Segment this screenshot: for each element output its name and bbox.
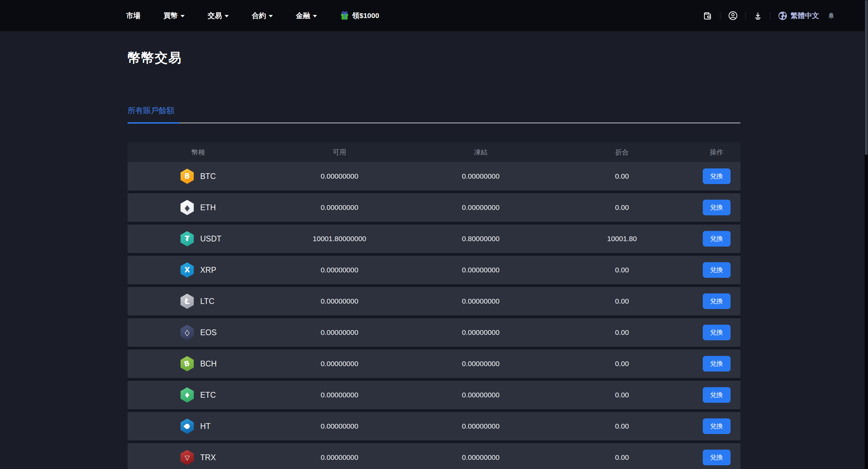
available-balance: 0.00000000 [269,360,410,368]
wallet-icon[interactable] [703,11,712,20]
table-row: ◇ EOS 0.00000000 0.00000000 0.00 兌換 [128,318,740,347]
coin-icon: B [181,356,194,372]
language-selector[interactable]: 繁體中文 [778,11,819,20]
table-row: ₮ USDT 10001.80000000 0.80000000 10001.8… [128,224,740,253]
coin-cell: B BTC [128,169,269,184]
available-balance: 10001.80000000 [269,235,410,243]
coin-cell: HT [128,419,269,434]
coin-name: TRX [200,453,216,462]
column-header-action: 操作 [693,148,740,157]
coin-cell: X XRP [128,263,269,278]
equivalent-value: 0.00 [551,266,693,274]
chevron-down-icon [181,15,185,17]
nav-item-contracts[interactable]: 合約 [252,11,273,20]
coin-name: HT [200,422,211,431]
exchange-button[interactable]: 兌換 [703,325,731,340]
divider [720,12,720,19]
chevron-down-icon [313,15,317,17]
nav-item-label: 交易 [208,11,222,20]
coin-icon [181,419,194,434]
action-cell: 兌換 [693,325,740,340]
available-balance: 0.00000000 [269,297,410,305]
user-menu: 繁體中文 [703,11,835,20]
language-label: 繁體中文 [791,11,819,20]
equivalent-value: 0.00 [551,422,693,430]
tab-bar: 所有賬戶餘額 [128,106,740,123]
top-navbar: 市場 買幣 交易 合約 金融 [0,0,868,31]
available-balance: 0.00000000 [269,391,410,399]
coin-name: ETC [200,391,216,400]
account-icon[interactable] [728,11,738,20]
action-cell: 兌換 [693,168,740,184]
coin-name: LTC [200,297,214,306]
table-row: X XRP 0.00000000 0.00000000 0.00 兌換 [128,256,740,284]
content-area: 幣幣交易 所有賬戶餘額 幣種 可用 凍結 折合 操作 B BTC 0.00000… [128,50,740,469]
nav-item-label: 市場 [126,11,140,20]
download-icon[interactable] [754,12,762,20]
table-row: HT 0.00000000 0.00000000 0.00 兌換 [128,412,740,440]
equivalent-value: 0.00 [551,328,693,337]
action-cell: 兌換 [693,293,740,309]
column-header-frozen: 凍結 [410,148,551,157]
action-cell: 兌換 [693,231,740,247]
table-body: B BTC 0.00000000 0.00000000 0.00 兌換 ◆ ET… [128,162,740,469]
coin-icon: ◆ [181,387,194,403]
scrollbar-thumb[interactable] [865,0,868,155]
exchange-button[interactable]: 兌換 [703,450,731,465]
scrollbar-track[interactable] [865,0,868,469]
nav-item-trade[interactable]: 交易 [208,11,229,20]
table-row: ▽ TRX 0.00000000 0.00000000 0.00 兌換 [128,443,740,469]
available-balance: 0.00000000 [269,172,410,180]
tab-all-balances[interactable]: 所有賬戶餘額 [128,106,179,124]
table-row: B BCH 0.00000000 0.00000000 0.00 兌換 [128,349,740,378]
equivalent-value: 0.00 [551,391,693,399]
nav-item-buy-coins[interactable]: 買幣 [164,11,185,20]
equivalent-value: 10001.80 [551,235,693,243]
nav-item-market[interactable]: 市場 [126,11,140,20]
equivalent-value: 0.00 [551,297,693,305]
exchange-button[interactable]: 兌換 [703,168,731,184]
chevron-down-icon [269,15,273,17]
coin-icon: B [181,169,194,184]
exchange-button[interactable]: 兌換 [703,356,731,372]
frozen-balance: 0.00000000 [410,360,551,368]
coin-name: USDT [200,234,222,243]
notification-bell-icon[interactable] [827,12,835,20]
available-balance: 0.00000000 [269,328,410,337]
balances-table: 幣種 可用 凍結 折合 操作 B BTC 0.00000000 0.000000… [128,143,740,469]
nav-item-label: 合約 [252,11,266,20]
exchange-button[interactable]: 兌換 [703,387,731,403]
table-row: ◆ ETC 0.00000000 0.00000000 0.00 兌換 [128,381,740,409]
exchange-button[interactable]: 兌換 [703,418,731,434]
exchange-button[interactable]: 兌換 [703,200,731,215]
available-balance: 0.00000000 [269,203,410,212]
frozen-balance: 0.00000000 [410,328,551,337]
nav-item-finance[interactable]: 金融 [296,11,317,20]
coin-cell: ◇ EOS [128,325,269,340]
available-balance: 0.00000000 [269,453,410,462]
coin-name: EOS [200,328,217,337]
frozen-balance: 0.00000000 [410,422,551,430]
exchange-button[interactable]: 兌換 [703,262,731,278]
gift-icon [340,11,349,20]
nav-item-label: 買幣 [164,11,178,20]
action-cell: 兌換 [693,200,740,215]
table-header-row: 幣種 可用 凍結 折合 操作 [128,143,740,162]
action-cell: 兌換 [693,262,740,278]
exchange-button[interactable]: 兌換 [703,293,731,309]
nav-item-label: 金融 [296,11,310,20]
coin-name: BTC [200,172,216,181]
nav-promo-bonus[interactable]: 領$1000 [340,11,379,20]
action-cell: 兌換 [693,387,740,403]
column-header-equivalent: 折合 [551,148,693,157]
coin-cell: B BCH [128,356,269,372]
coin-cell: Ł LTC [128,294,269,309]
divider [770,12,770,19]
frozen-balance: 0.00000000 [410,297,551,305]
equivalent-value: 0.00 [551,203,693,212]
coin-cell: ₮ USDT [128,231,269,247]
exchange-button[interactable]: 兌換 [703,231,731,247]
frozen-balance: 0.80000000 [410,235,551,243]
coin-name: BCH [200,359,217,368]
equivalent-value: 0.00 [551,453,693,462]
